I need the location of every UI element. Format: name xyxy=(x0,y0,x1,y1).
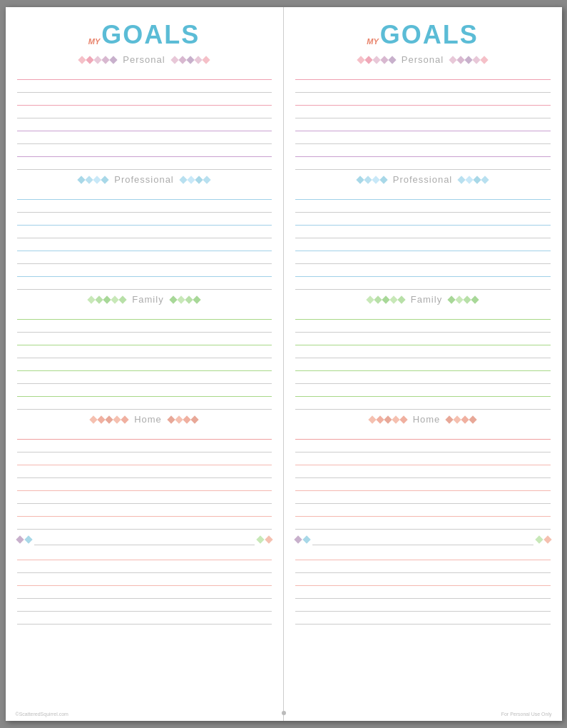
left-custom-section xyxy=(17,534,272,625)
right-custom-section xyxy=(295,534,551,625)
line xyxy=(17,371,272,384)
diamond-icon xyxy=(364,176,372,183)
left-personal-diamond-row: Personal xyxy=(17,54,272,65)
line xyxy=(295,80,551,93)
line xyxy=(295,187,551,200)
left-family-label: Family xyxy=(132,294,163,305)
diamond-icon xyxy=(169,295,177,303)
line xyxy=(17,397,272,410)
right-personal-diamond-row: Personal xyxy=(295,54,551,65)
line xyxy=(17,478,272,491)
line xyxy=(17,599,272,612)
diamond-icon xyxy=(265,535,272,543)
diamond-icon xyxy=(110,56,118,64)
line xyxy=(295,333,551,345)
custom-label-line xyxy=(34,534,255,545)
left-my-text: MY xyxy=(88,37,101,46)
right-home-diamond-row: Home xyxy=(295,414,551,425)
line xyxy=(295,106,551,118)
left-footer: ©ScatteredSquirrel.com xyxy=(16,712,68,717)
line xyxy=(17,586,272,599)
line xyxy=(295,586,551,599)
diamond-icon xyxy=(186,56,194,64)
right-home-lines xyxy=(295,427,551,530)
left-home-section: Home xyxy=(17,414,272,530)
left-custom-row xyxy=(17,534,272,545)
diamond-icon xyxy=(380,56,388,64)
diamond-icon xyxy=(372,56,380,64)
diamond-icon xyxy=(256,535,264,543)
line xyxy=(295,504,551,517)
diamond-icon xyxy=(480,56,488,64)
right-professional-lines xyxy=(295,187,551,290)
line xyxy=(17,264,272,277)
diamond-icon xyxy=(178,56,186,64)
line xyxy=(17,573,272,586)
diamond-icon xyxy=(481,176,489,183)
right-title: MY GOALS xyxy=(295,20,551,50)
line xyxy=(17,93,272,106)
right-personal-section: Personal xyxy=(295,54,551,170)
diamond-icon xyxy=(294,535,302,543)
line xyxy=(295,453,551,465)
line xyxy=(17,118,272,131)
line xyxy=(295,131,551,144)
diamond-icon xyxy=(175,415,183,423)
line xyxy=(17,251,272,264)
line xyxy=(17,427,272,440)
left-home-label: Home xyxy=(134,414,162,425)
diamond-icon xyxy=(399,415,407,423)
diamond-icon xyxy=(170,56,178,64)
diamond-icon xyxy=(392,415,399,423)
line xyxy=(17,144,272,157)
diamond-icon xyxy=(384,415,392,423)
diamond-icon xyxy=(388,56,396,64)
diamond-icon xyxy=(203,176,210,183)
left-family-diamond-row: Family xyxy=(17,294,272,305)
diamond-icon xyxy=(190,415,198,423)
line xyxy=(17,384,272,397)
right-goals-text: GOALS xyxy=(380,20,479,50)
line xyxy=(295,427,551,440)
line xyxy=(295,307,551,320)
line xyxy=(295,200,551,213)
diamond-icon xyxy=(167,415,175,423)
diamond-icon xyxy=(302,535,310,543)
line xyxy=(295,612,551,625)
right-home-label: Home xyxy=(413,414,441,425)
line xyxy=(295,118,551,131)
diamond-icon xyxy=(397,295,405,303)
line xyxy=(17,453,272,465)
line xyxy=(295,238,551,251)
diamond-icon xyxy=(119,295,127,303)
line xyxy=(17,200,272,213)
right-personal-lines xyxy=(295,67,551,170)
left-professional-lines xyxy=(17,187,272,290)
right-half: MY GOALS Personal xyxy=(284,7,562,721)
line xyxy=(295,491,551,504)
diamond-icon xyxy=(366,295,374,303)
left-home-lines xyxy=(17,427,272,530)
right-custom-row xyxy=(295,534,551,545)
diamond-icon xyxy=(177,295,185,303)
left-family-section: Family xyxy=(17,294,272,410)
left-professional-diamond-row: Professional xyxy=(17,174,272,185)
diamond-icon xyxy=(535,535,543,543)
diamond-icon xyxy=(202,56,210,64)
diamond-icon xyxy=(356,176,364,183)
diamond-icon xyxy=(469,415,477,423)
line xyxy=(17,491,272,504)
line xyxy=(295,465,551,478)
line xyxy=(17,106,272,118)
line xyxy=(17,333,272,345)
diamond-icon xyxy=(193,295,200,303)
diamond-icon xyxy=(185,295,193,303)
line xyxy=(17,157,272,170)
line xyxy=(17,440,272,453)
diamond-icon xyxy=(357,56,364,64)
line xyxy=(17,213,272,226)
left-professional-label: Professional xyxy=(114,174,174,185)
line xyxy=(17,560,272,573)
line xyxy=(295,371,551,384)
diamond-icon xyxy=(376,415,384,423)
